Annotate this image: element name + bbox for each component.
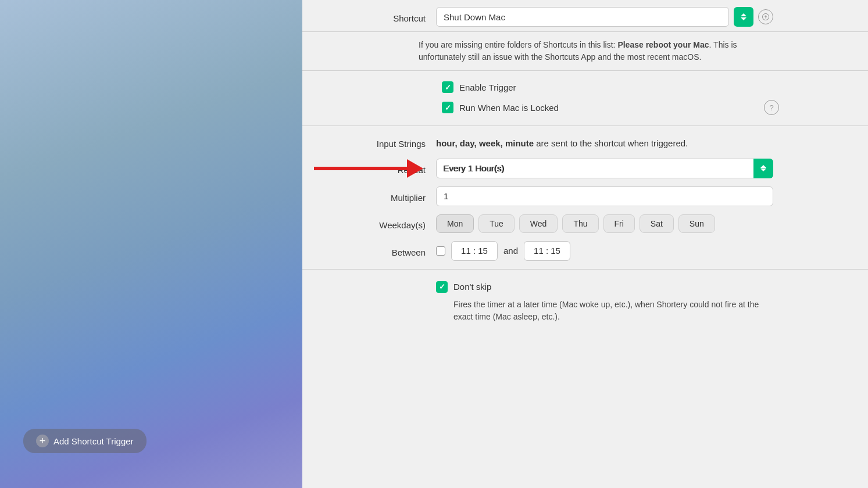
multiplier-label: Multiplier [320,190,436,203]
shortcut-info-button[interactable] [758,9,773,24]
weekdays-row: Weekday(s) Mon Tue Wed Thu Fri Sat Sun [320,214,851,233]
dont-skip-checkbox[interactable] [436,281,448,293]
weekdays-label: Weekday(s) [320,217,436,230]
weekday-buttons-group: Mon Tue Wed Thu Fri Sat Sun [436,214,715,233]
shortcut-value-display[interactable]: Shut Down Mac [436,7,729,27]
weekday-tue-button[interactable]: Tue [478,214,515,233]
between-controls: and [436,241,570,261]
between-start-time[interactable] [451,241,498,261]
add-trigger-label: Add Shortcut Trigger [53,436,134,446]
enable-trigger-checkbox[interactable] [442,81,453,93]
input-strings-bold: hour, day, week, minute [436,138,534,148]
checkboxes-section: Enable Trigger Run When Mac is Locked ? [302,71,868,126]
run-when-locked-inner: Run When Mac is Locked [442,102,559,113]
red-arrow [314,159,423,178]
input-strings-row: Input Strings hour, day, week, minute ar… [320,134,851,150]
question-icon: ? [769,103,773,112]
dont-skip-description: Fires the timer at a later time (Mac wok… [453,299,779,323]
main-panel: Shortcut Shut Down Mac [302,0,868,488]
plus-icon: + [36,435,49,447]
sidebar: + Add Shortcut Trigger [0,0,302,488]
repeat-select[interactable]: Every 1 Hour(s)Every 30 MinutesEvery Day… [436,159,773,178]
sync-icon [762,13,770,21]
between-and-label: and [503,246,518,256]
form-rows-section: Input Strings hour, day, week, minute ar… [302,126,868,270]
info-text-section: If you are missing entire folders of Sho… [302,32,868,71]
dont-skip-row: Don't skip [436,281,851,293]
scroll-content: Shortcut Shut Down Mac [302,0,868,335]
input-strings-label: Input Strings [320,136,436,149]
stepper-arrows [741,13,746,20]
run-when-locked-group: Run When Mac is Locked ? [442,100,779,115]
weekday-wed-button[interactable]: Wed [519,214,558,233]
weekday-sun-button[interactable]: Sun [678,214,715,233]
shortcut-field-group: Shut Down Mac [436,7,773,27]
multiplier-row: Multiplier [320,186,851,206]
between-checkbox[interactable] [436,246,445,256]
run-when-locked-info-button[interactable]: ? [764,100,779,115]
input-strings-rest: are sent to the shortcut when triggered. [534,138,688,148]
weekday-thu-button[interactable]: Thu [562,214,598,233]
repeat-select-container: Every 1 Hour(s)Every 30 MinutesEvery Day… [436,159,773,178]
info-text-bold: Please reboot your Mac [617,40,709,49]
repeat-stepper-button[interactable] [753,159,773,178]
run-when-locked-row: Run When Mac is Locked ? [320,100,851,115]
between-row: Between and [320,241,851,261]
enable-trigger-label: Enable Trigger [459,82,516,92]
arrow-up-icon [741,13,746,16]
shortcut-value-text: Shut Down Mac [444,12,505,22]
weekday-fri-button[interactable]: Fri [603,214,635,233]
enable-trigger-row: Enable Trigger [320,81,851,93]
repeat-stepper-arrows [760,165,766,171]
shortcut-row: Shortcut Shut Down Mac [320,7,851,27]
missing-shortcuts-info: If you are missing entire folders of Sho… [419,39,756,63]
info-text-before: If you are missing entire folders of Sho… [419,40,617,49]
between-label: Between [320,245,436,257]
weekday-sat-button[interactable]: Sat [640,214,674,233]
arrow-line [314,167,407,170]
shortcut-stepper-button[interactable] [734,7,753,27]
run-when-locked-checkbox[interactable] [442,102,453,113]
dont-skip-label: Don't skip [453,282,491,292]
repeat-row: Repeat Every 1 Hour(s)Every 30 MinutesEv… [320,159,851,178]
weekday-mon-button[interactable]: Mon [436,214,474,233]
add-shortcut-trigger-button[interactable]: + Add Shortcut Trigger [23,429,147,453]
arrow-down-icon [741,17,746,20]
shortcut-label: Shortcut [320,10,436,23]
repeat-arrow-up-icon [760,165,766,168]
multiplier-input[interactable] [436,186,773,206]
arrow-head [407,159,423,178]
between-end-time[interactable] [524,241,570,261]
shortcut-section: Shortcut Shut Down Mac [302,0,868,32]
svg-point-0 [766,19,766,19]
run-when-locked-label: Run When Mac is Locked [459,103,559,113]
repeat-arrow-down-icon [760,168,766,171]
dont-skip-section: Don't skip Fires the timer at a later ti… [302,270,868,335]
input-strings-value: hour, day, week, minute are sent to the … [436,134,773,150]
